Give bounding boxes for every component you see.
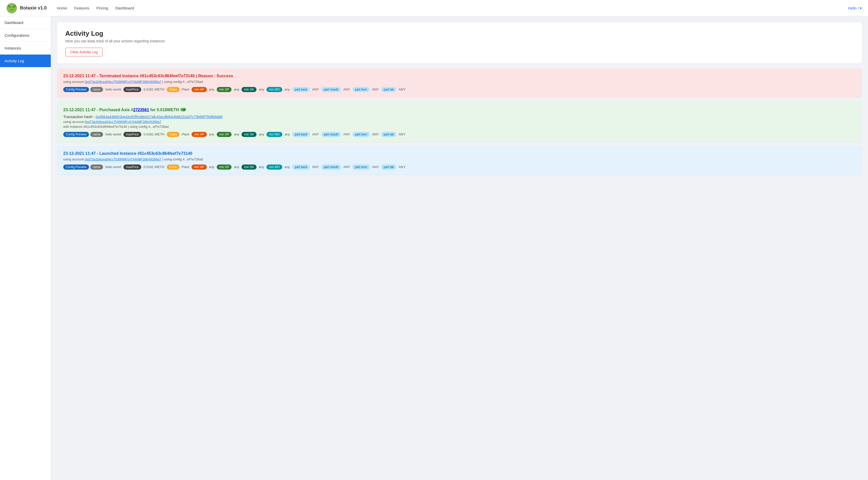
tag-part-back: part back <box>292 87 310 92</box>
page-header-card: Activity Log Here you can keep track of … <box>57 23 862 63</box>
tag-class: Class <box>167 132 180 137</box>
tag-hello-world: hello world <box>104 87 122 92</box>
account-link[interactable]: 0xd73a1b9cea54cc7539f49Fc47A648F286A9266… <box>85 80 161 84</box>
page-layout: Dashboard Configurations Instances Activ… <box>0 16 868 480</box>
tag-hello-world: hello world <box>104 164 122 170</box>
tag-min-sp: min SP <box>217 164 232 170</box>
tag-maxprice: maxPrice <box>123 164 141 170</box>
tag-any: ANY <box>398 87 406 92</box>
tag-any: any <box>233 131 240 137</box>
tag-min-mo: min MO <box>267 164 282 170</box>
tag-min-hp: min HP <box>191 132 207 137</box>
tag-any: ANY <box>311 131 320 137</box>
account-link[interactable]: 0xd73a1b9cea54cc7539f49Fc47A648F286A9266… <box>85 120 161 124</box>
tag-class: Class <box>167 164 180 170</box>
tag-any: ANY <box>398 131 406 137</box>
tag-any: any <box>258 87 265 92</box>
tag-any: any <box>284 131 291 137</box>
tag-min-hp: min HP <box>191 164 207 170</box>
tag-min-sk: min SK <box>242 132 256 137</box>
log-account: using account 0xd73a1b9cea54cc7539f49Fc4… <box>63 80 856 84</box>
tags-row: Config Previewnamehello worldmaxPrice0.0… <box>63 131 856 137</box>
log-title: 23-12-2021 11:47 - Terminated Instance #… <box>63 74 856 78</box>
main-content: Activity Log Here you can keep track of … <box>51 16 868 480</box>
tag-min-sp: min SP <box>217 132 232 137</box>
tag-maxprice: maxPrice <box>123 87 141 92</box>
axie-emoji: 🐲 <box>180 107 186 112</box>
tag-part-tail: part tail <box>381 164 396 170</box>
tag-plant: Plant <box>181 131 190 137</box>
sidebar-item-instances[interactable]: Instances <box>0 42 51 55</box>
tag-plant: Plant <box>181 87 190 92</box>
tag-any: any <box>208 87 215 92</box>
tag-any: any <box>208 164 215 170</box>
svg-point-4 <box>10 7 11 7</box>
log-title: 23-12-2021 11:47 - Purchased Axie #27235… <box>63 107 856 113</box>
tag-min-sk: min SK <box>242 87 256 92</box>
axie-link[interactable]: 2723561 <box>133 108 149 112</box>
tag-name: name <box>90 87 103 92</box>
log-entry-terminated-0: 23-12-2021 11:47 - Terminated Instance #… <box>57 69 862 97</box>
tag-class: Class <box>167 87 180 92</box>
tag-any: ANY <box>398 164 406 170</box>
tag-any: any <box>258 164 265 170</box>
tag-min-mo: min MO <box>267 132 282 137</box>
tag-min-hp: min HP <box>191 87 207 92</box>
tag-0.0181-weth: 0.0181 WETH <box>143 131 165 137</box>
logo-container: Botaxie v1.0 <box>6 3 46 14</box>
tag-part-mouth: part mouth <box>321 132 341 137</box>
sidebar-item-configurations[interactable]: Configurations <box>0 29 51 42</box>
log-title: 23-12-2021 11:47 - Launched Instance #61… <box>63 151 856 156</box>
log-account: using account 0xd73a1b9cea54cc7539f49Fc4… <box>63 120 856 124</box>
tag-any: ANY <box>342 164 351 170</box>
log-entry-purchased-1: 23-12-2021 11:47 - Purchased Axie #27235… <box>57 101 862 142</box>
tag-part-tail: part tail <box>381 132 396 137</box>
tag-any: any <box>258 131 265 137</box>
chevron-down-icon: ▾ <box>860 6 862 10</box>
log-container: 23-12-2021 11:47 - Terminated Instance #… <box>57 69 862 175</box>
tag-0.0181-weth: 0.0181 WETH <box>143 87 165 92</box>
app-header: Botaxie v1.0 Home Features Pricing Dashb… <box>0 0 868 16</box>
user-menu[interactable]: Hello ! ▾ <box>848 6 862 10</box>
user-label: Hello ! <box>848 6 859 10</box>
tag-min-mo: min MO <box>267 87 282 92</box>
tag-name: name <box>90 164 103 170</box>
tags-row: Config Previewnamehello worldmaxPrice0.0… <box>63 164 856 170</box>
sidebar: Dashboard Configurations Instances Activ… <box>0 16 51 480</box>
tx-hash-link[interactable]: 0x0664a438661be42e92f5cb84317afc43ac9b94… <box>96 115 222 119</box>
logo-icon <box>6 3 17 14</box>
tag-config-preview: Config Preview <box>63 87 89 92</box>
tag-name: name <box>90 132 103 137</box>
nav-pricing[interactable]: Pricing <box>96 6 108 10</box>
sidebar-item-dashboard[interactable]: Dashboard <box>0 16 51 29</box>
tag-any: any <box>208 131 215 137</box>
tags-row: Config Previewnamehello worldmaxPrice0.0… <box>63 87 856 92</box>
nav-features[interactable]: Features <box>74 6 89 10</box>
tag-min-sp: min SP <box>217 87 232 92</box>
tag-any: ANY <box>371 164 380 170</box>
tag-part-mouth: part mouth <box>321 87 341 92</box>
tag-any: ANY <box>342 87 351 92</box>
nav-dashboard[interactable]: Dashboard <box>115 6 134 10</box>
page-title: Activity Log <box>65 30 854 37</box>
svg-point-5 <box>13 7 14 7</box>
sidebar-item-activity-log[interactable]: Activity Log <box>0 55 51 67</box>
clear-activity-log-button[interactable]: Clear Activity Log <box>65 48 102 56</box>
tag-any: ANY <box>311 164 320 170</box>
tag-part-horn: part horn <box>352 164 370 170</box>
tag-config-preview: Config Preview <box>63 164 89 170</box>
tag-0.0181-weth: 0.0181 WETH <box>143 164 165 170</box>
tag-any: any <box>233 87 240 92</box>
log-tx: Transaction hash : 0x0664a438661be42e92f… <box>63 115 856 119</box>
tag-part-back: part back <box>292 164 310 170</box>
log-account: using account 0xd73a1b9cea54cc7539f49Fc4… <box>63 157 856 161</box>
tag-hello-world: hello world <box>104 131 122 137</box>
tag-part-horn: part horn <box>352 87 370 92</box>
account-link[interactable]: 0xd73a1b9cea54cc7539f49Fc47A648F286A9266… <box>85 157 161 161</box>
tag-any: ANY <box>342 131 351 137</box>
log-instance: with instance #61c453c63c864feef7e73140 … <box>63 125 856 128</box>
nav-home[interactable]: Home <box>57 6 67 10</box>
tag-maxprice: maxPrice <box>123 132 141 137</box>
tag-config-preview: Config Preview <box>63 132 89 137</box>
tag-part-horn: part horn <box>352 132 370 137</box>
